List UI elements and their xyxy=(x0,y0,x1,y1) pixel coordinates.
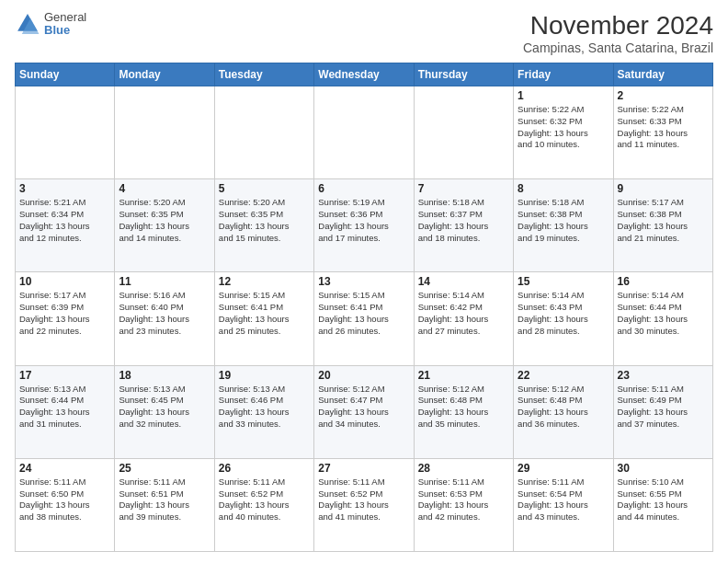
day-info: Sunrise: 5:12 AM Sunset: 6:48 PM Dayligh… xyxy=(518,384,609,431)
day-number: 13 xyxy=(318,275,409,288)
weekday-header: Friday xyxy=(514,63,613,86)
day-info: Sunrise: 5:15 AM Sunset: 6:41 PM Dayligh… xyxy=(318,290,409,337)
day-number: 22 xyxy=(518,369,609,382)
day-info: Sunrise: 5:18 AM Sunset: 6:38 PM Dayligh… xyxy=(518,197,609,244)
day-number: 1 xyxy=(518,89,609,102)
day-number: 8 xyxy=(518,182,609,195)
calendar-cell: 18Sunrise: 5:13 AM Sunset: 6:45 PM Dayli… xyxy=(115,365,214,458)
calendar-cell: 13Sunrise: 5:15 AM Sunset: 6:41 PM Dayli… xyxy=(314,272,414,365)
calendar-cell: 26Sunrise: 5:11 AM Sunset: 6:52 PM Dayli… xyxy=(214,458,313,551)
calendar-cell: 23Sunrise: 5:11 AM Sunset: 6:49 PM Dayli… xyxy=(613,365,712,458)
day-info: Sunrise: 5:11 AM Sunset: 6:53 PM Dayligh… xyxy=(418,477,509,523)
day-info: Sunrise: 5:17 AM Sunset: 6:38 PM Dayligh… xyxy=(618,197,709,244)
day-number: 27 xyxy=(318,462,409,475)
calendar-cell xyxy=(214,86,313,179)
day-info: Sunrise: 5:15 AM Sunset: 6:41 PM Dayligh… xyxy=(219,290,310,337)
day-number: 7 xyxy=(418,182,509,195)
weekday-header: Sunday xyxy=(16,63,115,86)
weekday-header: Thursday xyxy=(414,63,513,86)
day-info: Sunrise: 5:14 AM Sunset: 6:44 PM Dayligh… xyxy=(618,290,709,337)
calendar-week-row: 17Sunrise: 5:13 AM Sunset: 6:44 PM Dayli… xyxy=(16,365,713,458)
calendar-cell: 12Sunrise: 5:15 AM Sunset: 6:41 PM Dayli… xyxy=(214,272,313,365)
day-info: Sunrise: 5:11 AM Sunset: 6:54 PM Dayligh… xyxy=(518,477,609,523)
day-number: 18 xyxy=(119,369,210,382)
calendar-cell: 19Sunrise: 5:13 AM Sunset: 6:46 PM Dayli… xyxy=(214,365,313,458)
day-info: Sunrise: 5:12 AM Sunset: 6:48 PM Dayligh… xyxy=(418,384,509,431)
logo-icon xyxy=(15,11,40,37)
title-area: November 2024 Campinas, Santa Catarina, … xyxy=(523,11,713,55)
day-number: 28 xyxy=(418,462,509,475)
day-info: Sunrise: 5:12 AM Sunset: 6:47 PM Dayligh… xyxy=(318,384,409,431)
calendar-cell: 4Sunrise: 5:20 AM Sunset: 6:35 PM Daylig… xyxy=(115,179,214,272)
calendar-cell: 25Sunrise: 5:11 AM Sunset: 6:51 PM Dayli… xyxy=(115,458,214,551)
day-info: Sunrise: 5:10 AM Sunset: 6:55 PM Dayligh… xyxy=(618,477,709,523)
calendar-week-row: 1Sunrise: 5:22 AM Sunset: 6:32 PM Daylig… xyxy=(16,86,713,179)
day-number: 11 xyxy=(119,275,210,288)
calendar-cell: 3Sunrise: 5:21 AM Sunset: 6:34 PM Daylig… xyxy=(16,179,115,272)
day-info: Sunrise: 5:14 AM Sunset: 6:43 PM Dayligh… xyxy=(518,290,609,337)
calendar-cell: 5Sunrise: 5:20 AM Sunset: 6:35 PM Daylig… xyxy=(214,179,313,272)
day-info: Sunrise: 5:13 AM Sunset: 6:46 PM Dayligh… xyxy=(219,384,310,431)
calendar-cell: 11Sunrise: 5:16 AM Sunset: 6:40 PM Dayli… xyxy=(115,272,214,365)
day-number: 6 xyxy=(318,182,409,195)
calendar-week-row: 3Sunrise: 5:21 AM Sunset: 6:34 PM Daylig… xyxy=(16,179,713,272)
day-info: Sunrise: 5:11 AM Sunset: 6:52 PM Dayligh… xyxy=(219,477,310,523)
calendar-cell: 30Sunrise: 5:10 AM Sunset: 6:55 PM Dayli… xyxy=(613,458,712,551)
weekday-header: Wednesday xyxy=(314,63,414,86)
day-number: 23 xyxy=(618,369,709,382)
calendar-cell: 29Sunrise: 5:11 AM Sunset: 6:54 PM Dayli… xyxy=(514,458,613,551)
weekday-header: Saturday xyxy=(613,63,712,86)
day-info: Sunrise: 5:22 AM Sunset: 6:33 PM Dayligh… xyxy=(618,104,709,151)
day-info: Sunrise: 5:21 AM Sunset: 6:34 PM Dayligh… xyxy=(19,197,110,244)
day-info: Sunrise: 5:11 AM Sunset: 6:52 PM Dayligh… xyxy=(318,477,409,523)
day-info: Sunrise: 5:16 AM Sunset: 6:40 PM Dayligh… xyxy=(119,290,210,337)
calendar-cell: 10Sunrise: 5:17 AM Sunset: 6:39 PM Dayli… xyxy=(16,272,115,365)
day-info: Sunrise: 5:11 AM Sunset: 6:51 PM Dayligh… xyxy=(119,477,210,523)
day-info: Sunrise: 5:11 AM Sunset: 6:49 PM Dayligh… xyxy=(618,384,709,431)
logo-general: General xyxy=(44,11,86,24)
calendar-cell: 22Sunrise: 5:12 AM Sunset: 6:48 PM Dayli… xyxy=(514,365,613,458)
day-number: 9 xyxy=(618,182,709,195)
day-info: Sunrise: 5:13 AM Sunset: 6:44 PM Dayligh… xyxy=(19,384,110,431)
calendar-cell: 20Sunrise: 5:12 AM Sunset: 6:47 PM Dayli… xyxy=(314,365,414,458)
calendar-week-row: 10Sunrise: 5:17 AM Sunset: 6:39 PM Dayli… xyxy=(16,272,713,365)
calendar-cell: 8Sunrise: 5:18 AM Sunset: 6:38 PM Daylig… xyxy=(514,179,613,272)
month-title: November 2024 xyxy=(523,11,713,40)
logo-text: General Blue xyxy=(44,11,86,38)
calendar-cell: 2Sunrise: 5:22 AM Sunset: 6:33 PM Daylig… xyxy=(613,86,712,179)
calendar-cell: 9Sunrise: 5:17 AM Sunset: 6:38 PM Daylig… xyxy=(613,179,712,272)
day-info: Sunrise: 5:14 AM Sunset: 6:42 PM Dayligh… xyxy=(418,290,509,337)
weekday-header: Tuesday xyxy=(214,63,313,86)
day-number: 2 xyxy=(618,89,709,102)
day-info: Sunrise: 5:18 AM Sunset: 6:37 PM Dayligh… xyxy=(418,197,509,244)
calendar-cell xyxy=(414,86,513,179)
day-number: 15 xyxy=(518,275,609,288)
calendar-cell: 16Sunrise: 5:14 AM Sunset: 6:44 PM Dayli… xyxy=(613,272,712,365)
location: Campinas, Santa Catarina, Brazil xyxy=(523,40,713,55)
day-number: 12 xyxy=(219,275,310,288)
day-number: 17 xyxy=(19,369,110,382)
calendar-cell xyxy=(16,86,115,179)
day-info: Sunrise: 5:22 AM Sunset: 6:32 PM Dayligh… xyxy=(518,104,609,151)
weekday-header: Monday xyxy=(115,63,214,86)
day-number: 10 xyxy=(19,275,110,288)
calendar-cell: 7Sunrise: 5:18 AM Sunset: 6:37 PM Daylig… xyxy=(414,179,513,272)
logo: General Blue xyxy=(15,11,86,38)
page: General Blue November 2024 Campinas, San… xyxy=(0,0,728,563)
day-info: Sunrise: 5:17 AM Sunset: 6:39 PM Dayligh… xyxy=(19,290,110,337)
header: General Blue November 2024 Campinas, San… xyxy=(15,11,713,55)
calendar-cell: 28Sunrise: 5:11 AM Sunset: 6:53 PM Dayli… xyxy=(414,458,513,551)
calendar-week-row: 24Sunrise: 5:11 AM Sunset: 6:50 PM Dayli… xyxy=(16,458,713,551)
calendar-cell: 24Sunrise: 5:11 AM Sunset: 6:50 PM Dayli… xyxy=(16,458,115,551)
calendar-cell: 6Sunrise: 5:19 AM Sunset: 6:36 PM Daylig… xyxy=(314,179,414,272)
day-number: 30 xyxy=(618,462,709,475)
day-info: Sunrise: 5:20 AM Sunset: 6:35 PM Dayligh… xyxy=(219,197,310,244)
calendar-cell: 21Sunrise: 5:12 AM Sunset: 6:48 PM Dayli… xyxy=(414,365,513,458)
calendar-header-row: SundayMondayTuesdayWednesdayThursdayFrid… xyxy=(16,63,713,86)
day-info: Sunrise: 5:19 AM Sunset: 6:36 PM Dayligh… xyxy=(318,197,409,244)
calendar-cell: 15Sunrise: 5:14 AM Sunset: 6:43 PM Dayli… xyxy=(514,272,613,365)
day-number: 20 xyxy=(318,369,409,382)
calendar-cell: 14Sunrise: 5:14 AM Sunset: 6:42 PM Dayli… xyxy=(414,272,513,365)
calendar-cell xyxy=(115,86,214,179)
day-number: 26 xyxy=(219,462,310,475)
